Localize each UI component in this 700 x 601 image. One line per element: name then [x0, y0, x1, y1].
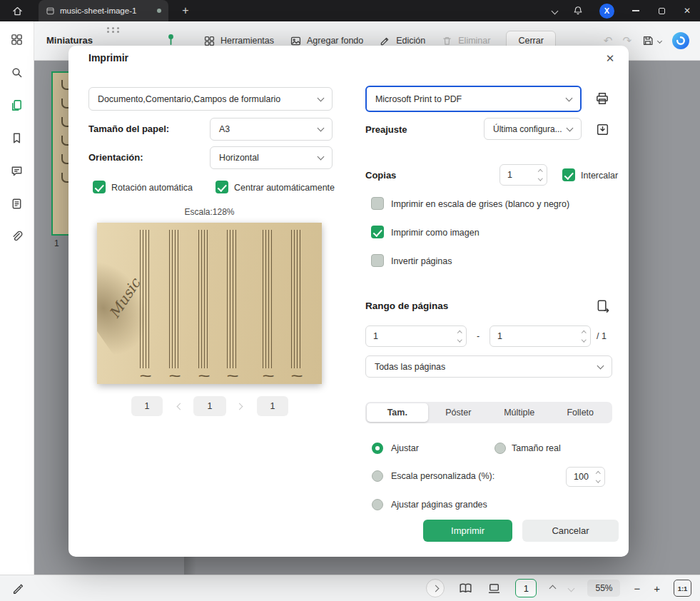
printer-properties-button[interactable]: [592, 89, 612, 108]
app-logo[interactable]: [671, 31, 690, 50]
tab-booklet[interactable]: Folleto: [550, 403, 612, 422]
save-preset-icon: [595, 122, 610, 137]
preset-select[interactable]: Última configura...: [484, 118, 582, 140]
pager-next-icon[interactable]: [233, 396, 245, 416]
dialog-title: Imprimir: [88, 52, 128, 64]
document-tab[interactable]: music-sheet-image-1: [39, 0, 168, 21]
fit-label: Ajustar: [391, 443, 419, 454]
grayscale-checkbox[interactable]: [371, 197, 384, 210]
tab-size[interactable]: Tam.: [367, 403, 428, 422]
notes-icon[interactable]: [10, 197, 24, 211]
cancel-button[interactable]: Cancelar: [522, 520, 619, 542]
pager-last-page[interactable]: 1: [257, 396, 288, 416]
tab-poster[interactable]: Póster: [428, 403, 490, 422]
chevron-down-icon: [318, 94, 325, 101]
stepper-icon[interactable]: [597, 473, 600, 482]
grayscale-label: Imprimir en escala de grises (blanco y n…: [391, 198, 569, 211]
tools-grid-icon: [203, 35, 215, 47]
previous-page-icon[interactable]: [549, 585, 557, 592]
pencil-icon: [379, 35, 391, 47]
save-preset-button[interactable]: [592, 119, 612, 139]
tools-menu-button[interactable]: Herramientas: [203, 35, 274, 47]
comments-icon[interactable]: [10, 164, 24, 178]
chevron-down-icon: [566, 94, 573, 101]
screen-view-icon[interactable]: [487, 581, 502, 596]
reverse-pages-checkbox[interactable]: [371, 254, 384, 267]
tools-label: Herramientas: [220, 36, 274, 46]
fit-large-pages-radio[interactable]: [372, 499, 383, 510]
range-from-input[interactable]: 1: [365, 325, 467, 347]
zoom-level[interactable]: 55%: [587, 580, 620, 597]
scale-readout: Escala:128%: [97, 207, 322, 217]
page-range-label: Rango de páginas: [365, 300, 448, 311]
staff-lines: [169, 230, 181, 368]
chevron-down-icon: [567, 124, 574, 131]
page-number-input[interactable]: 1: [515, 579, 537, 597]
tab-modified-dot: [157, 9, 161, 13]
stylus-icon[interactable]: [11, 582, 24, 595]
chevron-down-icon[interactable]: [544, 9, 565, 14]
maximize-button[interactable]: [649, 0, 674, 21]
staff-lines: [263, 230, 274, 368]
pager-current-page[interactable]: 1: [193, 396, 226, 416]
tab-title: music-sheet-image-1: [60, 6, 152, 15]
staff-lines: [140, 230, 151, 368]
minimize-button[interactable]: [623, 0, 649, 21]
orientation-select[interactable]: Horizontal: [210, 146, 333, 169]
thumbnail-page-number: 1: [54, 238, 59, 248]
home-icon[interactable]: [0, 0, 34, 21]
pin-icon[interactable]: [166, 33, 176, 46]
auto-rotate-label: Rotación automática: [111, 181, 193, 194]
paper-size-select[interactable]: A3: [210, 118, 333, 141]
stepper-icon[interactable]: [582, 332, 586, 341]
zoom-out-button[interactable]: −: [634, 582, 640, 595]
expand-toolbar-button[interactable]: [426, 579, 445, 597]
redo-icon[interactable]: ↷: [622, 34, 631, 47]
custom-scale-input[interactable]: 100: [566, 467, 605, 487]
next-page-icon[interactable]: [568, 585, 575, 592]
user-avatar[interactable]: X: [599, 4, 614, 19]
auto-center-checkbox[interactable]: [215, 181, 228, 193]
pages-subset-select[interactable]: Todas las páginas: [365, 355, 612, 378]
fit-radio[interactable]: [372, 443, 383, 454]
statusbar: 1 55% − + 1:1: [0, 575, 700, 601]
edit-button[interactable]: Edición: [379, 35, 425, 47]
drag-handle-icon[interactable]: [107, 27, 120, 33]
stepper-icon[interactable]: [458, 332, 462, 341]
custom-scale-label: Escala personalizada (%):: [391, 470, 494, 482]
notifications-bell-icon[interactable]: [565, 5, 591, 16]
pager-first-page[interactable]: 1: [131, 396, 163, 416]
dialog-close-icon[interactable]: ✕: [602, 50, 619, 67]
print-content-select[interactable]: Documento,Comentario,Campos de formulari…: [88, 87, 333, 111]
pager-previous-icon[interactable]: [174, 396, 186, 416]
tab-icon: [46, 6, 55, 16]
copies-input[interactable]: 1: [499, 164, 547, 186]
print-as-image-checkbox[interactable]: [371, 226, 384, 238]
add-background-button[interactable]: Agregar fondo: [290, 35, 363, 47]
page-range-icon[interactable]: [594, 297, 612, 315]
attachments-paperclip-icon[interactable]: [10, 230, 24, 243]
custom-scale-radio[interactable]: [372, 470, 383, 482]
edit-label: Edición: [396, 36, 425, 46]
printer-select[interactable]: Microsoft Print to PDF: [365, 86, 582, 112]
zoom-in-button[interactable]: +: [654, 582, 660, 595]
chevron-down-icon: [597, 362, 604, 369]
image-icon: [290, 35, 302, 47]
delete-button[interactable]: Eliminar: [441, 35, 490, 47]
new-tab-button[interactable]: +: [178, 0, 193, 21]
actual-size-button[interactable]: 1:1: [674, 580, 691, 597]
bookmark-icon[interactable]: [10, 131, 24, 145]
tab-multiple[interactable]: Múltiple: [489, 403, 550, 422]
close-window-button[interactable]: ✕: [674, 0, 700, 21]
apps-grid-icon[interactable]: [10, 33, 24, 46]
stepper-icon[interactable]: [539, 171, 542, 180]
reader-mode-icon[interactable]: [458, 581, 473, 596]
collate-checkbox[interactable]: [562, 168, 575, 181]
actual-size-radio[interactable]: [494, 443, 506, 454]
search-icon[interactable]: [10, 66, 24, 79]
save-button[interactable]: [641, 34, 661, 47]
auto-rotate-checkbox[interactable]: [93, 181, 106, 193]
range-to-input[interactable]: 1: [490, 325, 591, 347]
print-button[interactable]: Imprimir: [423, 520, 512, 542]
thumbnails-panel-icon[interactable]: [10, 99, 24, 112]
